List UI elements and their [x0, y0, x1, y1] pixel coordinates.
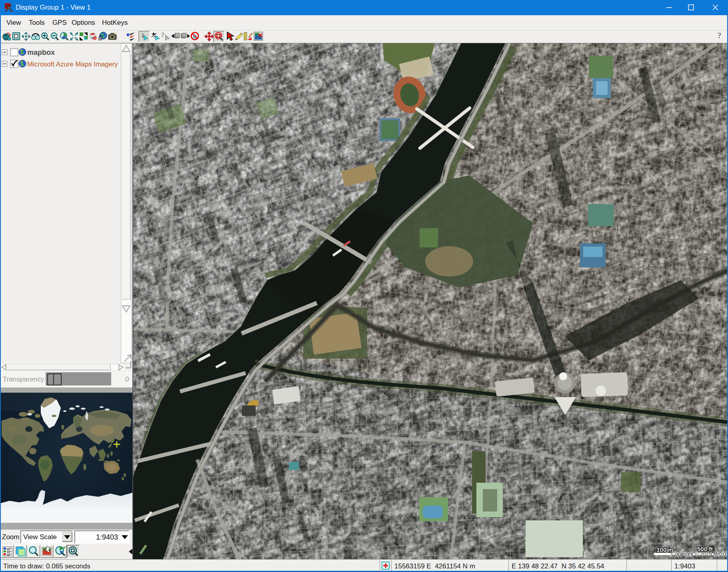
svg-text:Microsoft Azure Maps Imagery: Microsoft Azure Maps Imagery [27, 60, 118, 68]
svg-text:?: ? [161, 31, 164, 39]
svg-text:Copyright © 2025 Microsoft: Copyright © 2025 Microsoft [671, 551, 728, 557]
svg-text:mapbox: mapbox [27, 48, 55, 56]
svg-text:?: ? [718, 31, 721, 40]
